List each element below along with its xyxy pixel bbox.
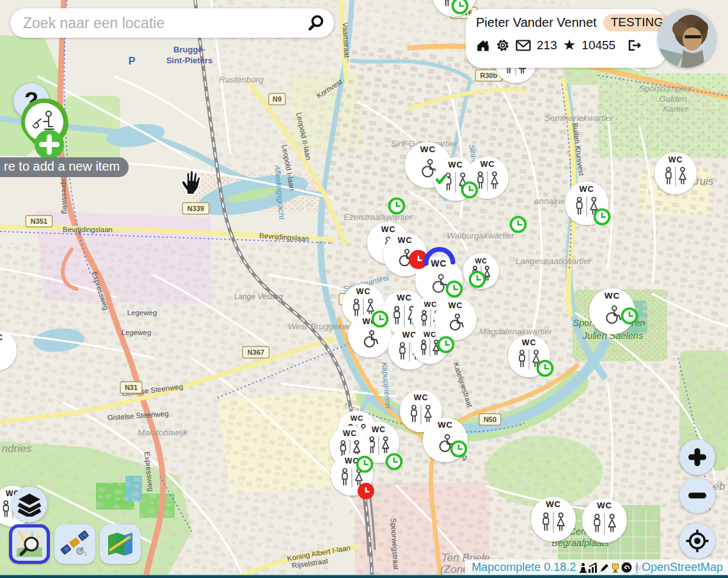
minus-icon (686, 484, 709, 507)
marker-wc-label: WC (448, 301, 463, 310)
open-hours-badge (439, 338, 454, 352)
tooltip-text: re to add a new item (4, 159, 120, 174)
open-hours-badge (358, 457, 372, 472)
search-icon[interactable] (307, 14, 325, 32)
marker-wc-label: WC (669, 155, 683, 164)
map-canvas[interactable]: Brugge-Sint-PietersPRustenburgSint-Gilli… (0, 0, 728, 578)
messages-icon[interactable] (516, 39, 531, 52)
toilet-marker[interactable]: WC (582, 498, 627, 543)
star-icon[interactable]: ★ (563, 38, 576, 52)
messages-count: 213 (537, 38, 557, 52)
bottom-edge-bar (0, 575, 728, 578)
marker-wc-label: WC (414, 393, 428, 402)
svg-text:N351: N351 (31, 217, 47, 225)
marker-wc-label: WC (397, 235, 412, 245)
road-shield: N339 (182, 203, 209, 214)
toilet-marker[interactable]: WC (654, 152, 697, 194)
user-avatar[interactable] (658, 10, 716, 68)
marker-wc-label: WC (579, 184, 594, 194)
marker-wc-label: WC (351, 414, 364, 422)
settings-gear-icon[interactable] (496, 38, 510, 52)
marker-wc-label: WC (597, 501, 612, 510)
statistics-icon[interactable] (588, 563, 599, 573)
add-item-pin[interactable] (15, 96, 86, 163)
add-item-tooltip: re to add a new item (0, 157, 129, 177)
svg-text:N367: N367 (248, 348, 264, 356)
svg-text:N31: N31 (125, 384, 138, 391)
marker-wc-label: WC (423, 331, 436, 338)
contributor-stats-icon[interactable] (579, 563, 587, 573)
user-name: Pieter Vander Vennet (476, 15, 597, 30)
hand-cursor (178, 168, 202, 198)
open-hours-badge (453, 0, 468, 13)
open-hours-badge (622, 309, 637, 324)
closed-badge (358, 483, 374, 499)
background-style-row (9, 524, 141, 564)
open-hours-badge (447, 282, 462, 297)
background-osm-button[interactable] (9, 524, 50, 564)
marker-wc-label: WC (438, 420, 453, 430)
app-version-link[interactable]: Mapcomplete 0.18.2 (471, 561, 576, 574)
user-panel: Pieter Vander Vennet TESTING 213 ★ 10455 (466, 9, 667, 68)
open-hours-badge (470, 272, 485, 287)
road-shield: N351 (26, 215, 52, 227)
marker-wc-label: WC (397, 293, 412, 302)
svg-text:R30b: R30b (480, 72, 498, 79)
marker-wc-label: WC (431, 258, 447, 269)
undo-circle-icon[interactable] (621, 562, 632, 573)
verified-badge (434, 173, 448, 187)
satellite-icon (60, 530, 90, 558)
osm-link[interactable]: OpenStreetMap (642, 561, 723, 574)
search-bar[interactable] (10, 8, 334, 38)
marker-wc-label: WC (372, 425, 386, 434)
marker-wc-label: WC (381, 225, 395, 234)
geolocate-button[interactable] (679, 523, 715, 559)
svg-text:N9: N9 (273, 95, 281, 103)
open-hours-badge (595, 210, 610, 224)
geolocate-icon (685, 529, 709, 553)
open-hours-badge (452, 442, 466, 457)
marker-wc-label: WC (448, 160, 463, 169)
open-hours-badge (390, 199, 404, 214)
road-shield: N9 (269, 93, 285, 105)
attribution-icons[interactable] (579, 562, 632, 573)
open-hours-badge (373, 312, 388, 327)
marker-wc-label: WC (475, 257, 487, 265)
marker-wc-label: WC (420, 144, 436, 154)
marker-wc-label: WC (424, 301, 438, 308)
road-shield: N50 (479, 414, 501, 425)
marker-wc-label: WC (356, 287, 370, 296)
attribution-bar: Mapcomplete 0.18.2 | OpenStreetMap (465, 559, 728, 575)
search-input[interactable] (22, 14, 307, 33)
marker-wc-label: WC (522, 338, 536, 347)
logout-icon[interactable] (626, 38, 642, 52)
road-shield: N31 (120, 382, 142, 393)
open-hours-badge (463, 183, 477, 198)
folded-map-icon (106, 531, 134, 557)
road-shield: N367 (242, 347, 269, 358)
star-count: 10455 (582, 38, 615, 52)
open-hours-badge (387, 455, 402, 469)
edit-pencil-icon[interactable] (599, 563, 610, 573)
background-map-button[interactable] (100, 524, 141, 564)
attribution-separator: | (635, 561, 638, 574)
background-satellite-button[interactable] (54, 524, 95, 564)
layers-button[interactable] (12, 487, 47, 522)
zoom-in-button[interactable] (679, 439, 715, 475)
layers-icon (17, 492, 42, 517)
svg-text:N339: N339 (187, 205, 204, 212)
svg-text:N50: N50 (484, 416, 496, 423)
license-cup-icon[interactable] (610, 563, 621, 573)
open-hours-badge (538, 361, 553, 376)
zoom-out-button[interactable] (679, 478, 715, 513)
open-hours-badge (511, 217, 526, 232)
osm-map-icon (15, 530, 44, 558)
marker-wc-label: WC (0, 333, 3, 342)
marker-wc-label: WC (546, 499, 561, 509)
home-icon[interactable] (476, 38, 490, 52)
marker-wc-label: WC (480, 160, 495, 169)
marker-wc-label: WC (605, 291, 620, 301)
toilet-marker[interactable]: WC (531, 497, 576, 542)
marker-wc-label: WC (343, 429, 357, 438)
plus-icon (686, 446, 709, 469)
